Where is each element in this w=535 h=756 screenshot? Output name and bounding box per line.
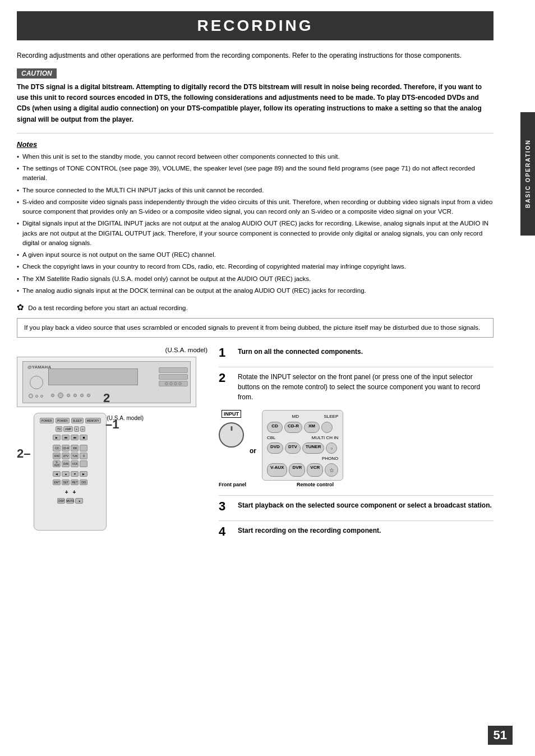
fp-logo: @YAMAHA [27, 365, 51, 370]
list-item: Digital signals input at the DIGITAL INP… [17, 219, 494, 248]
caution-section: CAUTION The DTS signal is a digital bits… [17, 68, 494, 125]
input-diagrams: INPUT or MD SLEEP C [219, 410, 494, 481]
rc-row-2: DVD DTV TUNER ○ [267, 442, 338, 454]
fp-display [48, 368, 138, 385]
multich-button: ○ [326, 442, 337, 454]
step-3-number: 3 [219, 500, 232, 513]
step-4-text: Start recording on the recording compone… [238, 525, 381, 536]
page-title-bar: RECORDING [17, 11, 494, 40]
notes-section: Notes When this unit is set to the stand… [17, 140, 494, 296]
remote-diagram-body: POWER POWER SLEEP MEMORY TV AMP + + [34, 413, 107, 531]
step-2-number: 2 [219, 372, 232, 384]
diagram-step-2b: 2– [17, 446, 30, 531]
input-knob [219, 422, 244, 448]
info-box: If you play back a video source that use… [17, 318, 494, 338]
dtv-button: DTV [285, 442, 301, 454]
page-title: RECORDING [17, 17, 494, 35]
remote-diagram-wrapper: 2– POWER POWER SLEEP MEMORY [17, 413, 207, 531]
info-box-text: If you play back a video source that use… [24, 324, 480, 331]
star-button: ☆ [325, 463, 338, 477]
rc-row-1: CD CD-R XM [267, 422, 338, 433]
rc-row-3: V-AUX DVR VCR ☆ [267, 463, 338, 477]
list-item: The settings of TONE CONTROL (see page 3… [17, 164, 494, 183]
step-1: 1 Turn on all the connected components. [219, 347, 494, 359]
rc-header-row: MD SLEEP [267, 414, 338, 419]
diagram-step-2: 2 [103, 391, 110, 405]
fp-circle-left [30, 376, 43, 389]
caution-label: CAUTION [17, 68, 57, 79]
page-number: 51 [488, 726, 513, 745]
cbl-multich-labels: CBL MULTI CH IN [267, 435, 338, 441]
input-knob-section: INPUT [219, 410, 244, 448]
or-text: or [250, 436, 256, 455]
vcr-button: VCR [307, 463, 323, 477]
step-1-text: Turn on all the connected components. [238, 347, 363, 357]
step-2-text: Rotate the INPUT selector on the front p… [238, 372, 494, 402]
list-item: A given input source is not output on th… [17, 250, 494, 260]
list-item: Check the copyright laws in your country… [17, 262, 494, 271]
dvr-button: DVR [289, 463, 305, 477]
vaux-button: V-AUX [267, 463, 287, 477]
right-steps: 1 Turn on all the connected components. … [219, 347, 494, 546]
sleep-button [321, 422, 333, 433]
list-item: S-video and composite video signals pass… [17, 197, 494, 217]
sleep-label: SLEEP [324, 414, 338, 419]
front-panel-diagram: @YAMAHA [17, 357, 196, 407]
left-diagrams: (U.S.A. model) @YAMAHA [17, 347, 207, 546]
step-4-number: 4 [219, 525, 232, 538]
step-4: 4 Start recording on the recording compo… [219, 520, 494, 538]
rc-panel: MD SLEEP CD CD-R XM CBL MULTI CH IN [262, 410, 343, 481]
notes-list: When this unit is set to the standby mod… [17, 152, 494, 296]
remote-control-diagram: POWER POWER SLEEP MEMORY TV AMP + + [34, 413, 107, 531]
step-3: 3 Start playback on the selected source … [219, 495, 494, 513]
bottom-section: (U.S.A. model) @YAMAHA [17, 347, 494, 546]
diagram-step-1: –1 [105, 417, 119, 432]
side-tab: BASIC OPERATION [520, 112, 535, 236]
cdr-button: CD-R [284, 422, 302, 433]
front-panel-caption: Front panel [219, 482, 250, 487]
remote-grid: CD CD-R XM DVD DTV TUN O V-AUX DVR VCR [53, 445, 87, 467]
list-item: The analog audio signals input at the DO… [17, 286, 494, 296]
usa-model-label2: (U.S.A. model) [107, 415, 144, 531]
md-label: MD [292, 414, 298, 419]
step-1-number: 1 [219, 347, 232, 359]
intro-text: Recording adjustments and other operatio… [17, 50, 494, 61]
list-item: The XM Satellite Radio signals (U.S.A. m… [17, 274, 494, 284]
remote-control-caption: Remote control [297, 482, 334, 487]
dvd-button: DVD [267, 442, 283, 454]
step-3-text: Start playback on the selected source co… [238, 500, 492, 510]
step-2: 2 Rotate the INPUT selector on the front… [219, 367, 494, 402]
caution-text: The DTS signal is a digital bitstream. A… [17, 82, 494, 125]
tip-section: ✿ Do a test recording before you start a… [17, 302, 494, 312]
usa-model-label: (U.S.A. model) [17, 347, 207, 353]
tip-icon: ✿ [17, 302, 24, 312]
cd-button: CD [267, 422, 283, 433]
tip-text: Do a test recording before you start an … [28, 305, 187, 311]
list-item: When this unit is set to the standby mod… [17, 152, 494, 162]
xm-button: XM [304, 422, 320, 433]
phono-label: PHONO [267, 455, 338, 462]
input-label: INPUT [222, 410, 241, 418]
tuner-button: TUNER [302, 442, 325, 454]
list-item: The source connected to the MULTI CH INP… [17, 186, 494, 195]
notes-label: Notes [17, 140, 37, 149]
caption-row: Front panel Remote control [219, 482, 494, 487]
